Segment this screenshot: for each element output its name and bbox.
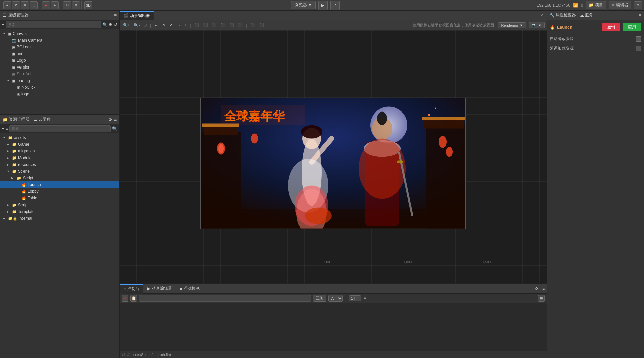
- browser-dropdown[interactable]: 浏览器 ▼: [291, 1, 316, 9]
- right-panel-menu-icon[interactable]: ≡: [639, 13, 641, 18]
- rect-tool[interactable]: ▭: [175, 21, 181, 29]
- asset-item-migration[interactable]: ▶ 📁 migration: [0, 148, 119, 154]
- add-btn[interactable]: +: [3, 1, 11, 9]
- game-preview-tab[interactable]: ■ 游戏预览: [176, 284, 204, 294]
- loading-label: loading: [17, 78, 30, 83]
- service-tab[interactable]: ☁ 服务: [580, 12, 593, 18]
- hierarchy-menu-icon[interactable]: ≡: [114, 13, 117, 18]
- rotate-tool[interactable]: ↻: [161, 21, 167, 29]
- scale-tool[interactable]: ⤢: [168, 21, 174, 29]
- component-name: Launch: [557, 25, 572, 30]
- asset-item-launch[interactable]: 🔥 Launch: [0, 181, 119, 188]
- asset-item-lobby[interactable]: 🔥 Lobby: [0, 188, 119, 195]
- align-center[interactable]: ⬛: [202, 21, 209, 29]
- hierarchy-search-input[interactable]: [6, 21, 101, 28]
- console-tab[interactable]: ≡ 控制台: [120, 284, 143, 294]
- cancel-btn[interactable]: 撤销: [602, 23, 620, 31]
- asset-item-resources[interactable]: ▶ 📁 resources: [0, 161, 119, 168]
- search-icon[interactable]: 🔍: [102, 22, 107, 27]
- tree-item-logo2[interactable]: ▣ logo: [0, 91, 119, 97]
- console-fontsize-input[interactable]: 14: [349, 295, 361, 301]
- asset-manager-icon: 📁: [3, 117, 8, 122]
- reload-button[interactable]: ↺: [330, 1, 340, 10]
- record-tools: ● +: [41, 1, 60, 9]
- cut-icon[interactable]: ✂: [63, 1, 71, 9]
- zoom-in-btn[interactable]: 🔍+: [122, 21, 131, 29]
- tree-item-version[interactable]: ▣ Version: [0, 64, 119, 71]
- refresh-btn[interactable]: ↺: [12, 1, 20, 9]
- grid-btn[interactable]: ⊞: [30, 1, 38, 9]
- cloud-tab[interactable]: ☁ 云函数: [33, 117, 51, 122]
- zoom-out-btn[interactable]: 🔍-: [132, 21, 141, 29]
- apply-btn[interactable]: 应用: [623, 23, 641, 31]
- move-tool[interactable]: ↔: [153, 21, 159, 29]
- console-search-input[interactable]: [139, 295, 311, 302]
- asset-item-internal[interactable]: ▶ 📁🔒 internal: [0, 215, 119, 222]
- scene-editor-tab[interactable]: 🎬 场景编辑器: [120, 11, 154, 20]
- play-button[interactable]: ▶: [318, 1, 328, 10]
- tree-item-main-camera[interactable]: 📷 Main Camera: [0, 37, 119, 44]
- prop-auto-release-checkbox[interactable]: [636, 36, 641, 42]
- asset-item-table[interactable]: 🔥 Table: [0, 195, 119, 202]
- hierarchy-refresh-icon[interactable]: ↺: [114, 22, 117, 27]
- console-menu-icon[interactable]: ≡: [540, 286, 547, 291]
- asset-item-module[interactable]: ▶ 📁 Module: [0, 154, 119, 161]
- close-btn[interactable]: ✕: [21, 1, 29, 9]
- project-btn[interactable]: 📁 项目: [586, 1, 606, 9]
- asset-search-icon[interactable]: 🔍: [112, 126, 117, 131]
- record-btn[interactable]: ●: [42, 1, 50, 9]
- template-label: Template: [18, 209, 35, 214]
- align-right[interactable]: ⬛: [211, 21, 218, 29]
- distribute-h[interactable]: ⬛: [249, 21, 257, 29]
- asset-add-icon[interactable]: +: [2, 126, 4, 131]
- tree-item-ani[interactable]: ▣ ani: [0, 50, 119, 57]
- tree-item-startani[interactable]: ▣ StartAni: [0, 71, 119, 77]
- animation-editor-tab[interactable]: ▶ 动画编辑器: [143, 284, 176, 294]
- align-vcenter[interactable]: ⬛: [228, 21, 235, 29]
- asset-menu-icon[interactable]: ≡: [114, 117, 117, 122]
- console-clear-btn[interactable]: ⊘: [122, 295, 128, 302]
- 3d-toggle[interactable]: 3D: [84, 1, 92, 9]
- asset-list-icon[interactable]: ≡: [6, 126, 8, 131]
- cloud-label: 云函数: [39, 117, 51, 122]
- distribute-v[interactable]: ⬛: [258, 21, 265, 29]
- tree-item-bglogin[interactable]: ▣ BGLogin: [0, 44, 119, 50]
- align-top[interactable]: ⬛: [219, 21, 227, 29]
- scene-viewport[interactable]: 500 0 0 500 1,000 1,500: [120, 30, 547, 283]
- console-level-select[interactable]: All: [328, 295, 343, 302]
- align-left[interactable]: ⬛: [193, 21, 200, 29]
- copy-icon[interactable]: ⧉: [72, 1, 80, 9]
- align-bottom[interactable]: ⬛: [237, 21, 244, 29]
- console-save-btn[interactable]: 📋: [130, 295, 137, 302]
- camera-dropdown[interactable]: 📷 ▼: [529, 22, 545, 28]
- asset-search-input[interactable]: [9, 125, 111, 132]
- fit-btn[interactable]: ⊡: [142, 21, 148, 29]
- tree-item-logo[interactable]: ▣ Logo: [0, 57, 119, 64]
- tree-item-canvas[interactable]: ▼ ▣ Canvas: [0, 30, 119, 37]
- add-node-icon[interactable]: +: [2, 22, 4, 27]
- hierarchy-filter-icon[interactable]: ⚙: [109, 22, 112, 27]
- asset-item-template[interactable]: ▶ 📁 Template: [0, 208, 119, 215]
- tree-item-loading[interactable]: ▼ ▣ loading: [0, 77, 119, 84]
- properties-tab[interactable]: 🔧 属性检查器: [550, 12, 576, 18]
- asset-item-assets[interactable]: ▼ 📁 assets: [0, 134, 119, 141]
- record-add-btn[interactable]: +: [51, 1, 59, 9]
- console-regex-btn[interactable]: 正则: [313, 295, 326, 302]
- asset-manager-tab[interactable]: 📁 资源管理器: [3, 117, 29, 122]
- tree-item-noclick[interactable]: ▣ NoClick: [0, 84, 119, 91]
- console-expand-btn[interactable]: ⊞: [538, 295, 545, 302]
- multi-tool[interactable]: ✛: [182, 21, 188, 29]
- prop-lazy-load-checkbox[interactable]: [636, 46, 641, 51]
- asset-item-scene[interactable]: ▼ 📁 Scene: [0, 168, 119, 175]
- service-icon: ☁: [580, 13, 584, 18]
- scene-collapse-icon[interactable]: ✕: [538, 10, 547, 20]
- asset-item-script-top[interactable]: ▶ 📁 Script: [0, 202, 119, 208]
- editor-btn[interactable]: ✏ 编辑器: [609, 1, 631, 9]
- asset-item-script-scene[interactable]: ▶ 📁 Script: [0, 175, 119, 181]
- help-btn[interactable]: ?: [634, 1, 642, 9]
- asset-sync-icon[interactable]: ⟳: [109, 117, 112, 122]
- fire-launch-icon: 🔥: [21, 183, 26, 187]
- rendering-dropdown[interactable]: Rendering ▼: [498, 22, 526, 28]
- asset-item-game[interactable]: ▶ 📁 Game: [0, 141, 119, 148]
- console-sync-icon[interactable]: ⟳: [533, 286, 540, 291]
